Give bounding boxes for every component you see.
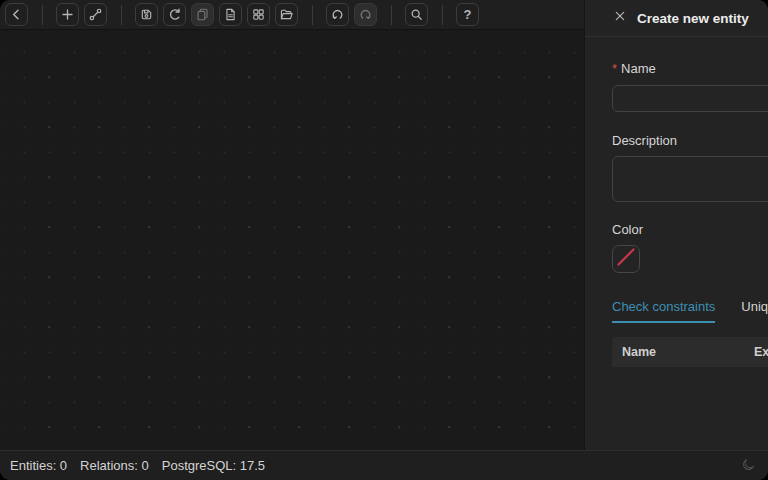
toolbar-divider [42,5,43,25]
save-icon [139,7,154,22]
duplicate-button[interactable] [191,3,214,26]
close-icon [613,9,627,27]
open-folder-icon [279,7,294,22]
panel-header: Create new entity [585,0,768,37]
document-icon [223,7,238,22]
redo-button[interactable] [354,3,377,26]
duplicate-icon [195,7,210,22]
no-color-icon [613,244,639,274]
templates-button[interactable] [247,3,270,26]
create-entity-panel: Create new entity *Name Description Colo… [584,0,768,450]
search-button[interactable] [405,3,428,26]
refresh-icon [167,7,182,22]
toolbar-divider [391,5,392,25]
undo-button[interactable] [326,3,349,26]
help-button[interactable]: ? [456,3,479,26]
color-field-label: Color [612,222,768,237]
toolbar: ? [0,0,584,30]
app-window: ? Create new entity *Name Description [0,0,768,480]
help-icon: ? [464,8,472,21]
panel-body: *Name Description Color Check constraint… [585,61,768,367]
moon-icon [741,457,756,475]
add-relation-icon [88,7,103,22]
constraints-tabs: Check constraints Unique constraints [612,299,768,323]
status-relations: Relations: 0 [80,458,149,473]
save-button[interactable] [135,3,158,26]
entity-description-input[interactable] [612,156,768,202]
column-header-name: Name [612,345,656,359]
toolbar-divider [312,5,313,25]
constraints-table-header: Name Expression [612,337,768,367]
refresh-button[interactable] [163,3,186,26]
tab-check-constraints[interactable]: Check constraints [612,299,715,323]
add-entity-button[interactable] [56,3,79,26]
required-marker: * [612,61,617,76]
undo-icon [330,7,345,22]
templates-grid-icon [251,7,266,22]
toolbar-divider [121,5,122,25]
tab-unique-constraints[interactable]: Unique constraints [741,299,768,323]
toolbar-divider [442,5,443,25]
add-entity-icon [60,7,75,22]
name-field-label: *Name [612,61,768,76]
back-icon [9,7,24,22]
status-database: PostgreSQL: 17.5 [162,458,265,473]
back-button[interactable] [5,3,28,26]
diagram-canvas[interactable] [0,30,584,450]
color-swatch-button[interactable] [612,245,640,273]
redo-icon [358,7,373,22]
column-header-expression: Expression [754,345,768,359]
theme-toggle-button[interactable] [739,457,757,475]
description-field-label: Description [612,133,768,148]
open-button[interactable] [275,3,298,26]
status-entities: Entities: 0 [10,458,67,473]
panel-title: Create new entity [637,11,749,26]
status-bar: Entities: 0 Relations: 0 PostgreSQL: 17.… [0,450,768,480]
document-button[interactable] [219,3,242,26]
entity-name-input[interactable] [612,85,768,112]
add-relation-button[interactable] [84,3,107,26]
close-panel-button[interactable] [612,10,628,26]
search-icon [409,7,424,22]
